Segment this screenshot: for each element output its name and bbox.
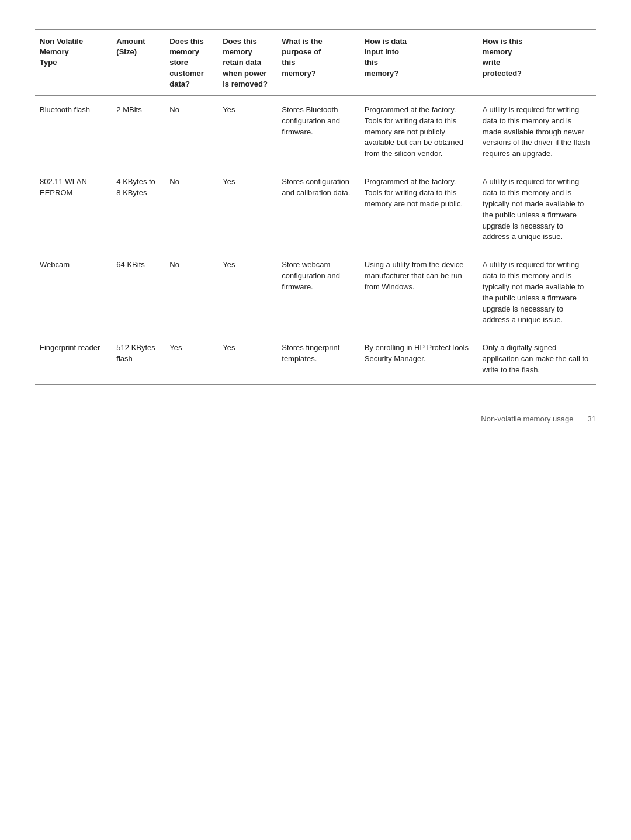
header-type: Non Volatile Memory Type xyxy=(35,30,112,96)
cell-input: By enrolling in HP ProtectTools Security… xyxy=(360,334,478,385)
header-protected: How is this memory write protected? xyxy=(478,30,596,96)
table-row: Fingerprint reader512 KBytes flashYesYes… xyxy=(35,334,596,385)
table-row: 802.11 WLAN EEPROM4 KBytes to 8 KBytesNo… xyxy=(35,168,596,251)
table-header-row: Non Volatile Memory Type Amount (Size) D… xyxy=(35,30,596,96)
cell-purpose: Stores fingerprint templates. xyxy=(277,334,359,385)
cell-amount: 4 KBytes to 8 KBytes xyxy=(112,168,165,251)
footer-text: Non-volatile memory usage xyxy=(481,414,573,423)
cell-input: Using a utility from the device manufact… xyxy=(360,251,478,334)
table-body: Bluetooth flash2 MBitsNoYesStores Blueto… xyxy=(35,96,596,385)
table-row: Bluetooth flash2 MBitsNoYesStores Blueto… xyxy=(35,96,596,168)
header-retain: Does this memory retain data when power … xyxy=(218,30,277,96)
cell-input: Programmed at the factory. Tools for wri… xyxy=(360,168,478,251)
cell-type: Fingerprint reader xyxy=(35,334,112,385)
cell-amount: 64 KBits xyxy=(112,251,165,334)
header-store: Does this memory store customer data? xyxy=(165,30,218,96)
cell-protected: A utility is required for writing data t… xyxy=(478,168,596,251)
cell-type: Webcam xyxy=(35,251,112,334)
cell-purpose: Stores configuration and calibration dat… xyxy=(277,168,359,251)
cell-store: No xyxy=(165,168,218,251)
memory-table: Non Volatile Memory Type Amount (Size) D… xyxy=(35,29,596,385)
header-input: How is data input into this memory? xyxy=(360,30,478,96)
table-row: Webcam64 KBitsNoYesStore webcam configur… xyxy=(35,251,596,334)
cell-amount: 2 MBits xyxy=(112,96,165,168)
cell-retain: Yes xyxy=(218,96,277,168)
cell-store: No xyxy=(165,251,218,334)
cell-store: Yes xyxy=(165,334,218,385)
header-amount: Amount (Size) xyxy=(112,30,165,96)
cell-protected: A utility is required for writing data t… xyxy=(478,251,596,334)
cell-purpose: Stores Bluetooth configuration and firmw… xyxy=(277,96,359,168)
cell-purpose: Store webcam configuration and firmware. xyxy=(277,251,359,334)
footer-page: 31 xyxy=(588,414,596,423)
cell-type: 802.11 WLAN EEPROM xyxy=(35,168,112,251)
cell-retain: Yes xyxy=(218,251,277,334)
header-purpose: What is the purpose of this memory? xyxy=(277,30,359,96)
cell-type: Bluetooth flash xyxy=(35,96,112,168)
cell-protected: A utility is required for writing data t… xyxy=(478,96,596,168)
cell-input: Programmed at the factory. Tools for wri… xyxy=(360,96,478,168)
cell-amount: 512 KBytes flash xyxy=(112,334,165,385)
cell-protected: Only a digitally signed application can … xyxy=(478,334,596,385)
cell-store: No xyxy=(165,96,218,168)
cell-retain: Yes xyxy=(218,334,277,385)
footer: Non-volatile memory usage 31 xyxy=(35,414,596,423)
cell-retain: Yes xyxy=(218,168,277,251)
